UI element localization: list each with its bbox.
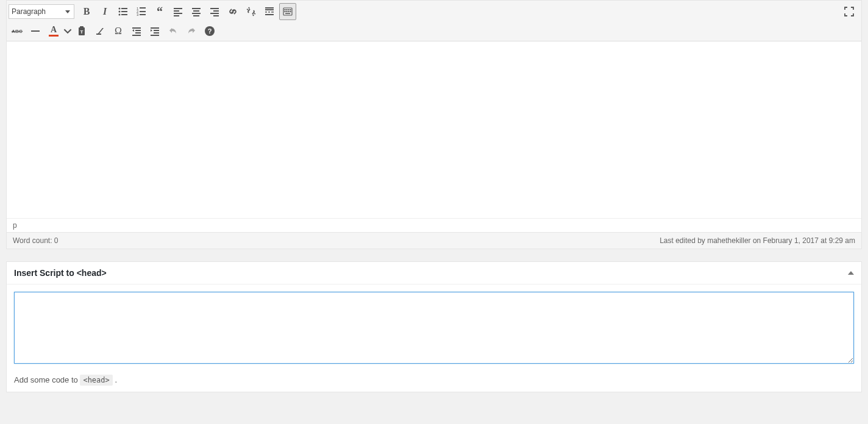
svg-rect-5 [121, 14, 127, 15]
svg-rect-31 [285, 9, 286, 10]
text-color-button[interactable]: A [45, 23, 62, 40]
text-color-dropdown[interactable] [63, 23, 72, 40]
svg-point-2 [119, 11, 121, 13]
paste-text-button[interactable]: T [73, 23, 90, 40]
editor-container: Paragraph B I 123 “ [6, 0, 862, 249]
svg-rect-50 [154, 30, 159, 31]
remove-link-button[interactable] [243, 3, 260, 20]
svg-rect-42 [80, 26, 84, 28]
svg-rect-44 [96, 34, 101, 35]
svg-text:T: T [80, 29, 84, 35]
editor-toolbar: Paragraph B I 123 “ [7, 1, 861, 41]
unlink-icon [245, 5, 257, 18]
svg-rect-12 [174, 8, 182, 9]
fullscreen-icon [843, 5, 855, 18]
clear-formatting-button[interactable] [91, 23, 108, 40]
align-right-button[interactable] [206, 3, 223, 20]
svg-rect-9 [140, 11, 146, 12]
italic-button[interactable]: I [96, 3, 113, 20]
svg-rect-25 [265, 9, 274, 10]
unordered-list-button[interactable] [115, 3, 132, 20]
svg-rect-46 [135, 30, 141, 31]
bold-icon: B [84, 6, 90, 17]
align-center-icon [190, 5, 202, 18]
paste-text-icon: T [76, 25, 88, 37]
bold-button[interactable]: B [78, 3, 95, 20]
svg-text:?: ? [208, 27, 212, 35]
align-left-icon [172, 5, 184, 18]
element-path-value: p [13, 221, 17, 230]
metabox-hint: Add some code to <head> . [14, 375, 854, 384]
svg-rect-51 [154, 32, 159, 34]
svg-rect-32 [286, 9, 288, 10]
svg-rect-23 [213, 15, 219, 16]
text-color-icon: A [51, 26, 57, 34]
horizontal-rule-icon [29, 25, 41, 37]
read-more-button[interactable] [261, 3, 278, 20]
align-left-button[interactable] [169, 3, 187, 20]
svg-rect-19 [193, 15, 199, 16]
svg-rect-16 [192, 8, 201, 9]
svg-rect-26 [265, 12, 267, 13]
redo-button[interactable] [183, 23, 200, 40]
blockquote-button[interactable]: “ [151, 3, 168, 20]
svg-rect-35 [285, 11, 286, 12]
hint-suffix: . [113, 375, 117, 384]
insert-link-button[interactable] [224, 3, 241, 20]
head-script-textarea[interactable] [14, 292, 854, 364]
svg-rect-20 [210, 8, 219, 9]
special-char-button[interactable]: Ω [110, 23, 127, 40]
align-right-icon [208, 5, 221, 18]
strikethrough-button[interactable]: ABC [9, 23, 26, 40]
toolbar-row-1: Paragraph B I 123 “ [9, 2, 859, 21]
toolbar-toggle-button[interactable] [279, 3, 296, 20]
svg-rect-37 [288, 11, 290, 12]
svg-rect-17 [193, 10, 199, 12]
metabox-body: Add some code to <head> . [7, 284, 861, 392]
ordered-list-button[interactable]: 123 [133, 3, 150, 20]
metabox-title: Insert Script to <head> [14, 268, 107, 278]
text-color-swatch [49, 35, 59, 37]
svg-rect-40 [31, 30, 40, 32]
align-center-button[interactable] [188, 3, 205, 20]
svg-rect-28 [271, 12, 274, 13]
svg-rect-45 [132, 27, 141, 29]
editor-status-bar: Word count: 0 Last edited by mahethekill… [7, 232, 861, 249]
chevron-down-icon [63, 25, 72, 37]
svg-rect-22 [210, 13, 219, 14]
format-select-label: Paragraph [12, 7, 46, 16]
svg-rect-39 [285, 13, 290, 15]
svg-point-4 [119, 14, 121, 16]
hint-prefix: Add some code to [14, 375, 80, 384]
svg-point-0 [119, 8, 121, 10]
italic-icon: I [103, 6, 107, 17]
outdent-icon [130, 25, 143, 37]
indent-button[interactable] [146, 23, 163, 40]
svg-rect-7 [140, 7, 146, 9]
svg-text:3: 3 [137, 13, 139, 16]
quote-icon: “ [157, 9, 163, 15]
read-more-icon [263, 5, 276, 18]
editor-content-area[interactable] [7, 41, 861, 218]
toolbar-row-2: ABC A T Ω [9, 21, 859, 41]
outdent-button[interactable] [128, 23, 145, 40]
word-count: Word count: 0 [13, 236, 58, 245]
editor-element-path: p [7, 218, 861, 232]
svg-rect-33 [288, 9, 290, 10]
metabox-header[interactable]: Insert Script to <head> [7, 262, 861, 284]
svg-rect-15 [174, 15, 179, 16]
undo-button[interactable] [165, 23, 182, 40]
format-select[interactable]: Paragraph [9, 4, 74, 19]
help-button[interactable]: ? [201, 23, 218, 40]
help-icon: ? [204, 25, 216, 37]
unordered-list-icon [117, 5, 129, 18]
link-icon [227, 5, 239, 18]
svg-rect-1 [121, 8, 127, 9]
last-edited: Last edited by mahethekiller on February… [660, 236, 855, 245]
strikethrough-icon: ABC [12, 29, 23, 34]
horizontal-rule-button[interactable] [27, 23, 44, 40]
svg-rect-52 [151, 35, 159, 36]
collapse-icon [848, 271, 854, 275]
redo-icon [185, 25, 197, 37]
fullscreen-button[interactable] [841, 3, 858, 20]
